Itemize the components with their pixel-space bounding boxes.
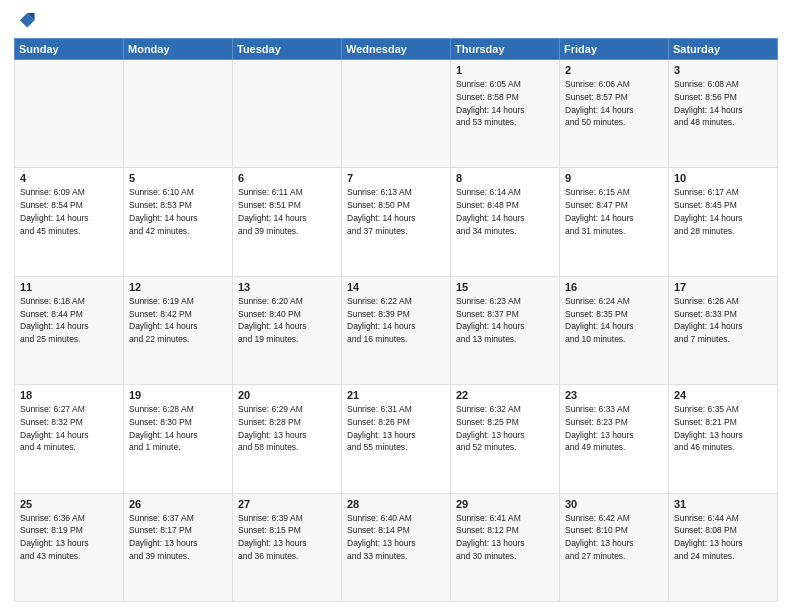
weekday-header-thursday: Thursday xyxy=(451,39,560,60)
day-info: Sunrise: 6:15 AM Sunset: 8:47 PM Dayligh… xyxy=(565,186,663,237)
calendar-week-2: 4Sunrise: 6:09 AM Sunset: 8:54 PM Daylig… xyxy=(15,168,778,276)
day-info: Sunrise: 6:37 AM Sunset: 8:17 PM Dayligh… xyxy=(129,512,227,563)
day-info: Sunrise: 6:18 AM Sunset: 8:44 PM Dayligh… xyxy=(20,295,118,346)
day-number: 18 xyxy=(20,389,118,401)
calendar-cell-5-5: 29Sunrise: 6:41 AM Sunset: 8:12 PM Dayli… xyxy=(451,493,560,601)
day-number: 4 xyxy=(20,172,118,184)
day-number: 7 xyxy=(347,172,445,184)
day-info: Sunrise: 6:06 AM Sunset: 8:57 PM Dayligh… xyxy=(565,78,663,129)
calendar-cell-4-7: 24Sunrise: 6:35 AM Sunset: 8:21 PM Dayli… xyxy=(669,385,778,493)
weekday-header-sunday: Sunday xyxy=(15,39,124,60)
day-number: 13 xyxy=(238,281,336,293)
weekday-header-monday: Monday xyxy=(124,39,233,60)
weekday-row: SundayMondayTuesdayWednesdayThursdayFrid… xyxy=(15,39,778,60)
day-number: 29 xyxy=(456,498,554,510)
day-info: Sunrise: 6:26 AM Sunset: 8:33 PM Dayligh… xyxy=(674,295,772,346)
day-number: 26 xyxy=(129,498,227,510)
page: SundayMondayTuesdayWednesdayThursdayFrid… xyxy=(0,0,792,612)
calendar-cell-1-5: 1Sunrise: 6:05 AM Sunset: 8:58 PM Daylig… xyxy=(451,60,560,168)
calendar-cell-4-4: 21Sunrise: 6:31 AM Sunset: 8:26 PM Dayli… xyxy=(342,385,451,493)
day-number: 5 xyxy=(129,172,227,184)
day-info: Sunrise: 6:27 AM Sunset: 8:32 PM Dayligh… xyxy=(20,403,118,454)
calendar-cell-3-2: 12Sunrise: 6:19 AM Sunset: 8:42 PM Dayli… xyxy=(124,276,233,384)
day-number: 31 xyxy=(674,498,772,510)
day-number: 6 xyxy=(238,172,336,184)
day-info: Sunrise: 6:19 AM Sunset: 8:42 PM Dayligh… xyxy=(129,295,227,346)
calendar-cell-5-6: 30Sunrise: 6:42 AM Sunset: 8:10 PM Dayli… xyxy=(560,493,669,601)
calendar-cell-1-7: 3Sunrise: 6:08 AM Sunset: 8:56 PM Daylig… xyxy=(669,60,778,168)
calendar-cell-3-7: 17Sunrise: 6:26 AM Sunset: 8:33 PM Dayli… xyxy=(669,276,778,384)
day-number: 19 xyxy=(129,389,227,401)
day-number: 14 xyxy=(347,281,445,293)
calendar-cell-5-3: 27Sunrise: 6:39 AM Sunset: 8:15 PM Dayli… xyxy=(233,493,342,601)
day-info: Sunrise: 6:39 AM Sunset: 8:15 PM Dayligh… xyxy=(238,512,336,563)
weekday-header-wednesday: Wednesday xyxy=(342,39,451,60)
day-info: Sunrise: 6:40 AM Sunset: 8:14 PM Dayligh… xyxy=(347,512,445,563)
calendar-cell-4-2: 19Sunrise: 6:28 AM Sunset: 8:30 PM Dayli… xyxy=(124,385,233,493)
calendar-body: 1Sunrise: 6:05 AM Sunset: 8:58 PM Daylig… xyxy=(15,60,778,602)
calendar-cell-5-1: 25Sunrise: 6:36 AM Sunset: 8:19 PM Dayli… xyxy=(15,493,124,601)
day-info: Sunrise: 6:17 AM Sunset: 8:45 PM Dayligh… xyxy=(674,186,772,237)
calendar-cell-2-2: 5Sunrise: 6:10 AM Sunset: 8:53 PM Daylig… xyxy=(124,168,233,276)
calendar-cell-2-1: 4Sunrise: 6:09 AM Sunset: 8:54 PM Daylig… xyxy=(15,168,124,276)
calendar-week-3: 11Sunrise: 6:18 AM Sunset: 8:44 PM Dayli… xyxy=(15,276,778,384)
day-info: Sunrise: 6:20 AM Sunset: 8:40 PM Dayligh… xyxy=(238,295,336,346)
day-info: Sunrise: 6:31 AM Sunset: 8:26 PM Dayligh… xyxy=(347,403,445,454)
day-number: 17 xyxy=(674,281,772,293)
day-number: 22 xyxy=(456,389,554,401)
day-number: 28 xyxy=(347,498,445,510)
calendar-cell-1-6: 2Sunrise: 6:06 AM Sunset: 8:57 PM Daylig… xyxy=(560,60,669,168)
day-info: Sunrise: 6:05 AM Sunset: 8:58 PM Dayligh… xyxy=(456,78,554,129)
day-number: 27 xyxy=(238,498,336,510)
calendar-cell-2-5: 8Sunrise: 6:14 AM Sunset: 8:48 PM Daylig… xyxy=(451,168,560,276)
day-number: 11 xyxy=(20,281,118,293)
day-info: Sunrise: 6:24 AM Sunset: 8:35 PM Dayligh… xyxy=(565,295,663,346)
weekday-header-friday: Friday xyxy=(560,39,669,60)
calendar-cell-5-2: 26Sunrise: 6:37 AM Sunset: 8:17 PM Dayli… xyxy=(124,493,233,601)
day-info: Sunrise: 6:09 AM Sunset: 8:54 PM Dayligh… xyxy=(20,186,118,237)
day-info: Sunrise: 6:14 AM Sunset: 8:48 PM Dayligh… xyxy=(456,186,554,237)
day-number: 24 xyxy=(674,389,772,401)
day-number: 3 xyxy=(674,64,772,76)
calendar-cell-1-1 xyxy=(15,60,124,168)
day-number: 30 xyxy=(565,498,663,510)
calendar-cell-3-6: 16Sunrise: 6:24 AM Sunset: 8:35 PM Dayli… xyxy=(560,276,669,384)
day-number: 15 xyxy=(456,281,554,293)
day-info: Sunrise: 6:44 AM Sunset: 8:08 PM Dayligh… xyxy=(674,512,772,563)
calendar-cell-1-3 xyxy=(233,60,342,168)
calendar-header: SundayMondayTuesdayWednesdayThursdayFrid… xyxy=(15,39,778,60)
calendar-cell-3-5: 15Sunrise: 6:23 AM Sunset: 8:37 PM Dayli… xyxy=(451,276,560,384)
weekday-header-tuesday: Tuesday xyxy=(233,39,342,60)
day-info: Sunrise: 6:35 AM Sunset: 8:21 PM Dayligh… xyxy=(674,403,772,454)
calendar-cell-2-7: 10Sunrise: 6:17 AM Sunset: 8:45 PM Dayli… xyxy=(669,168,778,276)
calendar-cell-3-1: 11Sunrise: 6:18 AM Sunset: 8:44 PM Dayli… xyxy=(15,276,124,384)
calendar-cell-5-7: 31Sunrise: 6:44 AM Sunset: 8:08 PM Dayli… xyxy=(669,493,778,601)
day-number: 8 xyxy=(456,172,554,184)
day-number: 12 xyxy=(129,281,227,293)
calendar-cell-4-6: 23Sunrise: 6:33 AM Sunset: 8:23 PM Dayli… xyxy=(560,385,669,493)
calendar-table: SundayMondayTuesdayWednesdayThursdayFrid… xyxy=(14,38,778,602)
calendar-cell-2-6: 9Sunrise: 6:15 AM Sunset: 8:47 PM Daylig… xyxy=(560,168,669,276)
day-info: Sunrise: 6:22 AM Sunset: 8:39 PM Dayligh… xyxy=(347,295,445,346)
day-info: Sunrise: 6:23 AM Sunset: 8:37 PM Dayligh… xyxy=(456,295,554,346)
day-number: 23 xyxy=(565,389,663,401)
calendar-week-5: 25Sunrise: 6:36 AM Sunset: 8:19 PM Dayli… xyxy=(15,493,778,601)
day-number: 16 xyxy=(565,281,663,293)
calendar-cell-4-1: 18Sunrise: 6:27 AM Sunset: 8:32 PM Dayli… xyxy=(15,385,124,493)
calendar-cell-4-5: 22Sunrise: 6:32 AM Sunset: 8:25 PM Dayli… xyxy=(451,385,560,493)
day-number: 21 xyxy=(347,389,445,401)
header xyxy=(14,10,778,32)
day-info: Sunrise: 6:08 AM Sunset: 8:56 PM Dayligh… xyxy=(674,78,772,129)
day-info: Sunrise: 6:11 AM Sunset: 8:51 PM Dayligh… xyxy=(238,186,336,237)
weekday-header-saturday: Saturday xyxy=(669,39,778,60)
logo xyxy=(14,10,38,32)
calendar-week-1: 1Sunrise: 6:05 AM Sunset: 8:58 PM Daylig… xyxy=(15,60,778,168)
day-info: Sunrise: 6:13 AM Sunset: 8:50 PM Dayligh… xyxy=(347,186,445,237)
calendar-cell-1-2 xyxy=(124,60,233,168)
day-number: 9 xyxy=(565,172,663,184)
calendar-week-4: 18Sunrise: 6:27 AM Sunset: 8:32 PM Dayli… xyxy=(15,385,778,493)
calendar-cell-4-3: 20Sunrise: 6:29 AM Sunset: 8:28 PM Dayli… xyxy=(233,385,342,493)
calendar-cell-2-3: 6Sunrise: 6:11 AM Sunset: 8:51 PM Daylig… xyxy=(233,168,342,276)
calendar-cell-2-4: 7Sunrise: 6:13 AM Sunset: 8:50 PM Daylig… xyxy=(342,168,451,276)
calendar-cell-1-4 xyxy=(342,60,451,168)
